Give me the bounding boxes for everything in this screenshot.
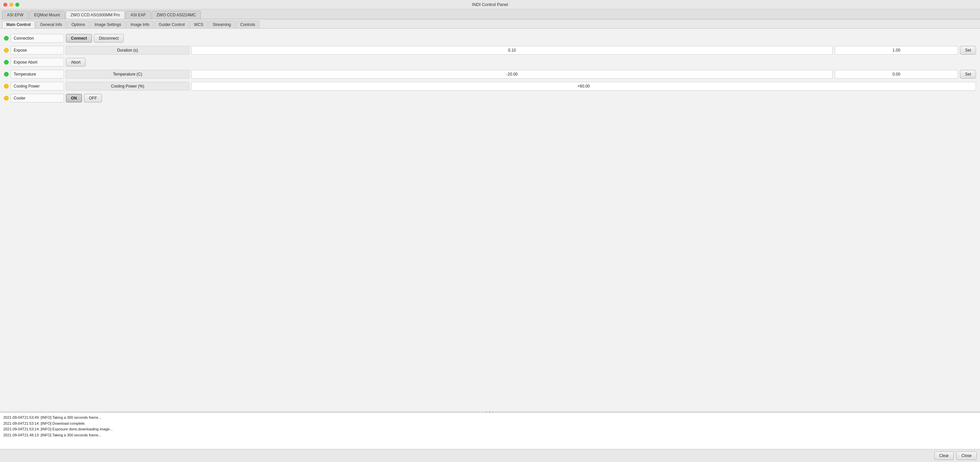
expose-row: Expose Duration (s) 0.10 Set [4, 46, 976, 55]
expose-abort-row: Expose Abort Abort [4, 58, 976, 67]
cooling-power-label: Cooling Power [11, 82, 64, 90]
temperature-label: Temperature [11, 70, 64, 79]
temperature-value: -20.00 [191, 70, 833, 79]
footer: Clear Close [0, 449, 980, 462]
cooling-power-row: Cooling Power Cooling Power (%) +60.00 [4, 82, 976, 90]
device-tab-bar: ASI EFW EQMod Mount ZWO CCD ASI1600MM Pr… [0, 10, 980, 19]
tab-controls[interactable]: Controls [236, 21, 259, 28]
content-panel: Connection Connect Disconnect Expose Dur… [0, 29, 980, 411]
device-tab-zwo-ccd-asi224mc[interactable]: ZWO CCD ASI224MC [151, 11, 201, 19]
section-tab-bar: Main Control General Info Options Image … [0, 19, 980, 29]
connect-button[interactable]: Connect [66, 34, 92, 43]
cooler-label: Cooler [11, 94, 64, 103]
temperature-row: Temperature Temperature (C) -20.00 Set [4, 70, 976, 79]
main-area: Main Control General Info Options Image … [0, 19, 980, 449]
window-controls [3, 3, 19, 7]
title-bar: INDI Control Panel [0, 0, 980, 10]
log-area: 2021-09-04T21:53:49: [INFO] Taking a 300… [0, 413, 980, 449]
expose-status-dot [4, 48, 9, 52]
temperature-status-dot [4, 72, 9, 76]
window-title: INDI Control Panel [472, 2, 508, 7]
temperature-set-button[interactable]: Set [960, 70, 976, 79]
expose-input[interactable] [835, 46, 958, 55]
maximize-window-button[interactable] [15, 3, 19, 7]
tab-streaming[interactable]: Streaming [208, 21, 235, 28]
device-tab-zwo-ccd-asi1600mm-pro[interactable]: ZWO CCD ASI1600MM Pro [65, 11, 125, 19]
disconnect-button[interactable]: Disconnect [94, 34, 124, 43]
cooling-power-value: +60.00 [191, 82, 976, 90]
tab-image-settings[interactable]: Image Settings [90, 21, 126, 28]
close-window-button[interactable] [3, 3, 7, 7]
expose-abort-label: Expose Abort [11, 58, 64, 67]
device-tab-asi-efw[interactable]: ASI EFW [2, 11, 28, 19]
connection-status-dot [4, 36, 9, 41]
connection-row: Connection Connect Disconnect [4, 34, 976, 43]
temperature-input[interactable] [835, 70, 958, 79]
cooling-power-status-dot [4, 84, 9, 89]
clear-button[interactable]: Clear [934, 451, 954, 460]
expose-field-label: Duration (s) [66, 46, 189, 55]
connection-label: Connection [11, 34, 64, 43]
expose-label: Expose [11, 46, 64, 55]
cooler-status-dot [4, 96, 9, 100]
tab-wcs[interactable]: WCS [190, 21, 208, 28]
temperature-field-label: Temperature (C) [66, 70, 189, 79]
cooler-off-button[interactable]: OFF [84, 94, 102, 103]
cooler-row: Cooler ON OFF [4, 94, 976, 103]
tab-main-control[interactable]: Main Control [2, 21, 35, 28]
tab-general-info[interactable]: General Info [36, 21, 66, 28]
tab-image-info[interactable]: Image Info [126, 21, 154, 28]
cooling-power-field-label: Cooling Power (%) [66, 82, 189, 90]
log-line: 2021-09-04T21:53:49: [INFO] Taking a 300… [3, 415, 977, 421]
log-line: 2021-09-04T21:53:14: [INFO] Exposure don… [3, 426, 977, 432]
log-line: 2021-09-04T21:53:14: [INFO] Download com… [3, 421, 977, 427]
minimize-window-button[interactable] [10, 3, 13, 7]
cooler-on-button[interactable]: ON [66, 94, 82, 103]
device-tab-asi-eaf[interactable]: ASI EAF [126, 11, 151, 19]
device-tab-eqmod-mount[interactable]: EQMod Mount [29, 11, 65, 19]
log-line: 2021-09-04T21:48:13: [INFO] Taking a 300… [3, 432, 977, 438]
expose-value: 0.10 [191, 46, 833, 55]
abort-button[interactable]: Abort [66, 58, 86, 67]
tab-options[interactable]: Options [67, 21, 89, 28]
expose-abort-status-dot [4, 60, 9, 65]
tab-guider-control[interactable]: Guider Control [154, 21, 189, 28]
close-button[interactable]: Close [956, 451, 977, 460]
expose-set-button[interactable]: Set [960, 46, 976, 55]
